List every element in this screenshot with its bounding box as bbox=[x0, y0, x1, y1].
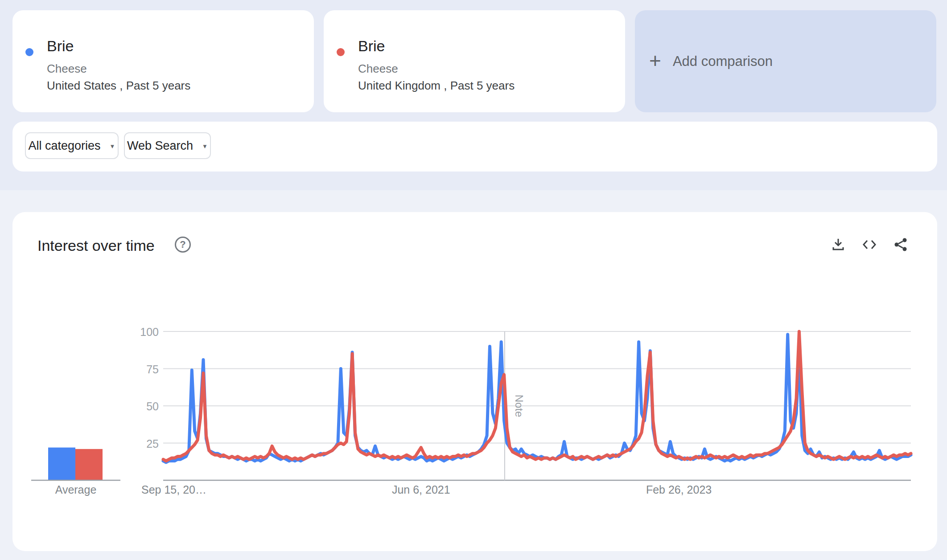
note-label[interactable]: Note bbox=[513, 395, 525, 417]
x-axis-label: Feb 26, 2023 bbox=[646, 483, 712, 496]
y-axis-label: 100 bbox=[140, 326, 159, 338]
comparison-cards-row: Brie Cheese United States , Past 5 years… bbox=[12, 10, 936, 112]
term-type: Cheese bbox=[47, 61, 301, 76]
add-comparison-button[interactable]: + Add comparison bbox=[635, 10, 936, 112]
add-comparison-label: Add comparison bbox=[673, 53, 773, 69]
plus-icon: + bbox=[649, 50, 661, 71]
chevron-down-icon: ▼ bbox=[202, 143, 208, 150]
x-axis-label: Jun 6, 2021 bbox=[392, 483, 450, 496]
term-card-united-kingdom[interactable]: Brie Cheese United Kingdom , Past 5 year… bbox=[324, 10, 625, 112]
explore-header: Brie Cheese United States , Past 5 years… bbox=[0, 0, 947, 190]
series-color-dot-uk-icon bbox=[337, 48, 345, 56]
x-axis-label: Sep 15, 20… bbox=[141, 483, 206, 496]
filter-bar: All categories ▼ Web Search ▼ bbox=[12, 122, 937, 172]
y-axis-label: 25 bbox=[146, 437, 159, 450]
series-color-dot-us-icon bbox=[25, 48, 33, 56]
term-scope: United Kingdom , Past 5 years bbox=[358, 78, 612, 93]
average-bar-uk[interactable] bbox=[75, 449, 103, 480]
interest-over-time-card: Interest over time ? bbox=[12, 212, 937, 551]
y-axis-label: 50 bbox=[146, 400, 159, 413]
category-filter-dropdown[interactable]: All categories ▼ bbox=[25, 132, 119, 159]
y-axis-label: 75 bbox=[146, 363, 159, 376]
search-type-filter-dropdown[interactable]: Web Search ▼ bbox=[124, 132, 211, 159]
term-keyword: Brie bbox=[358, 36, 612, 56]
term-type: Cheese bbox=[358, 61, 612, 76]
average-bar-us[interactable] bbox=[48, 448, 75, 480]
term-scope: United States , Past 5 years bbox=[47, 78, 301, 93]
category-filter-value: All categories bbox=[29, 139, 101, 153]
search-type-filter-value: Web Search bbox=[127, 139, 193, 153]
term-keyword: Brie bbox=[47, 36, 301, 56]
chevron-down-icon: ▼ bbox=[110, 143, 115, 150]
interest-over-time-chart[interactable]: 255075100NoteSep 15, 20…Jun 6, 2021Feb 2… bbox=[12, 212, 937, 551]
average-label: Average bbox=[55, 483, 97, 496]
term-card-united-states[interactable]: Brie Cheese United States , Past 5 years bbox=[12, 10, 314, 112]
trend-line-uk[interactable] bbox=[163, 331, 911, 461]
